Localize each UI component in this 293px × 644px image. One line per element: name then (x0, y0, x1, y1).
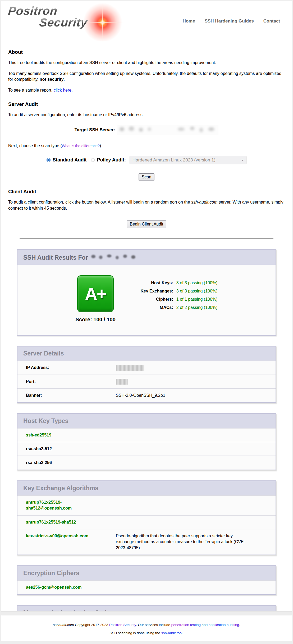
footer-ssh-audit-tool-link[interactable]: ssh-audit tool (161, 631, 182, 635)
scan-type-radio-row: Standard Audit Policy Audit: Hardened Am… (8, 156, 285, 164)
client-audit-text: To audit a client configuration, click t… (8, 200, 191, 204)
about-paragraph-2: Too many admins overlook SSH configurati… (8, 71, 285, 83)
policy-select-value: Hardened Amazon Linux 2023 (version 1) (132, 157, 216, 163)
grade-value: A+ (85, 284, 106, 304)
footer-positron-link[interactable]: Positron Security (109, 623, 136, 627)
footer-scanning-text: SSH scanning is done using the (109, 631, 161, 635)
score-text: Score: 100 / 100 (76, 317, 116, 323)
host-key-name: rsa-sha2-512 (26, 446, 52, 452)
about-p2-period: . (64, 77, 65, 82)
ip-address-value (116, 365, 144, 371)
server-details-box: Server Details IP Address: Port: Banner:… (17, 346, 276, 403)
target-server-input[interactable] (117, 125, 218, 135)
positron-security-logo: Positron Security (8, 4, 122, 38)
encryption-ciphers-box: Encryption Ciphers aes256-gcm@openssh.co… (17, 565, 276, 595)
footer-site-name: sshaudit.com (53, 623, 74, 627)
main-panel: Positron Security Home SSH Hardening Gui… (1, 1, 292, 611)
nav-contact[interactable]: Contact (263, 19, 280, 24)
footer-line-1: sshaudit.com Copyright 2017-2023 Positro… (1, 623, 292, 627)
footer-line-2: SSH scanning is done using the ssh-audit… (1, 631, 292, 635)
list-item: kex-strict-s-v00@openssh.com Pseudo-algo… (17, 529, 276, 555)
standard-audit-radio[interactable] (47, 158, 51, 162)
about-p2-bold: not security (40, 77, 64, 82)
results-box: SSH Audit Results For A+ Score: 100 / 10… (17, 249, 276, 336)
footer-appaudit-link[interactable]: application auditing (209, 623, 239, 627)
sample-report-text: To see a sample report, (8, 88, 54, 92)
scan-button[interactable]: Scan (139, 173, 154, 181)
list-item: sntrup761x25519-sha512 (17, 515, 276, 529)
begin-client-audit-button[interactable]: Begin Client Audit (127, 220, 166, 228)
port-value (116, 379, 128, 385)
server-details-header: Server Details (17, 346, 276, 361)
macs-header: Message Authentication Codes (17, 606, 276, 611)
results-divider (20, 238, 273, 239)
target-server-label: Target SSH Server: (75, 127, 115, 133)
stat-key-exchanges: Key Exchanges: 3 of 3 passing (100%) (128, 289, 218, 294)
sample-report-period: . (71, 88, 72, 92)
scan-type-suffix: ): (100, 143, 102, 148)
logo-line-2: Security (39, 16, 88, 29)
kex-name-col: kex-strict-s-v00@openssh.com (26, 533, 116, 551)
key-exchange-header: Key Exchange Algorithms (17, 481, 276, 495)
client-audit-button-row: Begin Client Audit (8, 220, 285, 228)
list-item: sntrup761x25519-sha512@openssh.com (17, 495, 276, 515)
footer-pentest-link[interactable]: penetration testing (171, 623, 201, 627)
scan-button-row: Scan (8, 173, 285, 181)
stat-label: Host Keys: (128, 281, 173, 285)
list-item: rsa-sha2-256 (17, 456, 276, 469)
standard-audit-label: Standard Audit (53, 157, 86, 163)
censored-ip (116, 365, 144, 371)
client-audit-site-name: ssh-audit.com (191, 200, 218, 204)
policy-audit-label: Policy Audit: (97, 157, 126, 163)
stat-host-keys: Host Keys: 3 of 3 passing (100%) (128, 281, 218, 285)
kex-name: sntrup761x25519-sha512 (26, 519, 76, 525)
about-paragraph-3: To see a sample report, click here. (8, 87, 285, 93)
banner-label: Banner: (26, 393, 116, 398)
results-box-header: SSH Audit Results For (17, 250, 276, 265)
stat-label: MACs: (128, 305, 173, 310)
chevron-down-icon: ˅ (241, 158, 244, 162)
scan-type-difference-link[interactable]: What is the difference? (62, 144, 100, 148)
macs-box: Message Authentication Codes hmac-sha2-5… (17, 605, 276, 611)
nav-ssh-hardening-guides[interactable]: SSH Hardening Guides (205, 19, 254, 24)
list-item: rsa-sha2-512 (17, 442, 276, 456)
kex-name: sntrup761x25519-sha512@openssh.com (26, 499, 93, 511)
banner-value: SSH-2.0-OpenSSH_9.2p1 (116, 393, 165, 398)
cipher-name: aes256-gcm@openssh.com (26, 584, 81, 590)
server-audit-intro: To audit a server configuration, enter i… (8, 112, 285, 118)
policy-select[interactable]: Hardened Amazon Linux 2023 (version 1) ˅ (130, 156, 246, 164)
stats-column: Host Keys: 3 of 3 passing (100%) Key Exc… (128, 275, 218, 323)
nav-home[interactable]: Home (182, 19, 195, 24)
host-key-name: rsa-sha2-256 (26, 460, 52, 466)
stat-value: 3 of 3 passing (100%) (176, 281, 218, 285)
key-exchange-box: Key Exchange Algorithms sntrup761x25519-… (17, 480, 276, 555)
site-header: Positron Security Home SSH Hardening Gui… (1, 1, 292, 41)
about-heading: About (8, 49, 285, 55)
footer-period-2: . (182, 631, 184, 635)
stat-label: Key Exchanges: (128, 289, 173, 294)
about-paragraph-1: This free tool audits the configuration … (8, 60, 285, 66)
footer-services-text: . Our services include (136, 623, 171, 627)
host-key-types-header: Host Key Types (17, 414, 276, 428)
censored-hostname (91, 253, 138, 261)
server-audit-heading: Server Audit (8, 101, 285, 107)
table-row: Port: (17, 375, 276, 389)
censored-port (116, 379, 128, 385)
kex-note: Pseudo-algorithm that denotes the peer s… (116, 533, 249, 551)
encryption-ciphers-header: Encryption Ciphers (17, 566, 276, 580)
table-row: IP Address: (17, 361, 276, 375)
client-audit-heading: Client Audit (8, 189, 285, 195)
footer-and-text: and (201, 623, 209, 627)
sample-report-link[interactable]: click here (54, 88, 72, 92)
scan-type-line: Next, choose the scan type (What is the … (8, 143, 285, 149)
stat-ciphers: Ciphers: 1 of 1 passing (100%) (128, 297, 218, 302)
stat-macs: MACs: 2 of 2 passing (100%) (128, 305, 218, 310)
scan-type-text: Next, choose the scan type ( (8, 143, 62, 148)
port-label: Port: (26, 379, 116, 385)
grade-column: A+ Score: 100 / 100 (76, 275, 116, 323)
results-body: A+ Score: 100 / 100 Host Keys: 3 of 3 pa… (17, 265, 276, 335)
host-key-name: ssh-ed25519 (26, 432, 51, 438)
footer: sshaudit.com Copyright 2017-2023 Positro… (1, 615, 292, 641)
policy-audit-radio[interactable] (91, 158, 95, 162)
footer-copyright-text: Copyright 2017-2023 (74, 623, 109, 627)
